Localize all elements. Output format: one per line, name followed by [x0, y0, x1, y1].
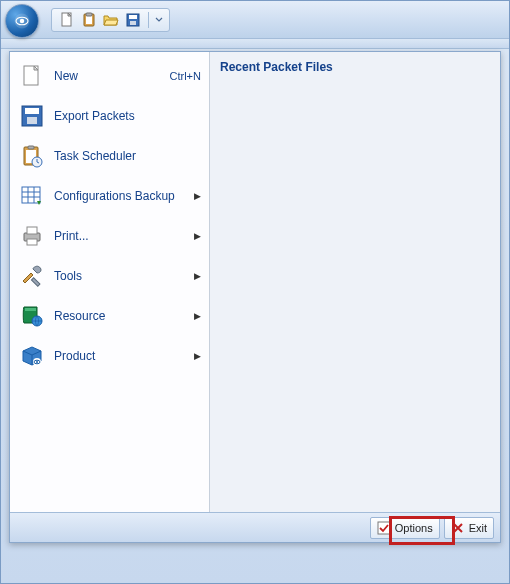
menu-column: New Ctrl+N Export Packets Task Scheduler: [10, 52, 210, 512]
menu-item-product[interactable]: Product ▶: [12, 336, 207, 376]
svg-rect-26: [31, 278, 39, 286]
book-globe-icon: [18, 302, 46, 330]
menu-label: Tools: [54, 269, 185, 283]
exit-button[interactable]: Exit: [444, 517, 494, 539]
app-menu-dropdown: New Ctrl+N Export Packets Task Scheduler: [9, 51, 501, 543]
clipboard-icon: [81, 12, 97, 28]
menu-item-new[interactable]: New Ctrl+N: [12, 56, 207, 96]
menu-item-resource[interactable]: Resource ▶: [12, 296, 207, 336]
svg-rect-9: [130, 21, 136, 25]
qat-open-button[interactable]: [102, 11, 120, 29]
svg-rect-32: [378, 522, 390, 534]
menu-label: Configurations Backup: [54, 189, 185, 203]
new-file-icon: [18, 62, 46, 90]
printer-icon: [18, 222, 46, 250]
app-window: New Ctrl+N Export Packets Task Scheduler: [0, 0, 510, 584]
menu-item-task-scheduler[interactable]: Task Scheduler: [12, 136, 207, 176]
qat-separator: [148, 12, 149, 28]
chevron-right-icon: ▶: [193, 311, 201, 321]
qat-customize-dropdown[interactable]: [155, 11, 163, 29]
clipboard-clock-icon: [18, 142, 46, 170]
box-eye-icon: [18, 342, 46, 370]
close-x-icon: [451, 521, 465, 535]
chevron-right-icon: ▶: [193, 271, 201, 281]
chevron-right-icon: ▶: [193, 351, 201, 361]
new-file-icon: [59, 12, 75, 28]
folder-open-icon: [103, 12, 119, 28]
menu-label: New: [54, 69, 162, 83]
tools-icon: [18, 262, 46, 290]
svg-rect-27: [25, 308, 36, 311]
qat-paste-button[interactable]: [80, 11, 98, 29]
exit-label: Exit: [469, 522, 487, 534]
menu-label: Print...: [54, 229, 185, 243]
svg-point-31: [36, 361, 38, 363]
svg-rect-6: [86, 13, 92, 16]
recent-files-title: Recent Packet Files: [220, 60, 490, 74]
svg-point-2: [20, 18, 25, 23]
options-check-icon: [377, 521, 391, 535]
table-backup-icon: [18, 182, 46, 210]
menu-label: Product: [54, 349, 185, 363]
options-label: Options: [395, 522, 433, 534]
menu-label: Export Packets: [54, 109, 201, 123]
svg-rect-24: [27, 227, 37, 234]
svg-rect-13: [27, 117, 37, 124]
ribbon-strip: [1, 39, 509, 49]
menu-item-export-packets[interactable]: Export Packets: [12, 96, 207, 136]
svg-rect-8: [129, 15, 137, 19]
qat-save-button[interactable]: [124, 11, 142, 29]
chevron-right-icon: ▶: [193, 191, 201, 201]
svg-rect-18: [22, 187, 40, 203]
floppy-export-icon: [18, 102, 46, 130]
svg-rect-12: [25, 108, 39, 114]
options-button[interactable]: Options: [370, 517, 440, 539]
qat-new-button[interactable]: [58, 11, 76, 29]
app-menu-orb[interactable]: [5, 4, 39, 38]
dropdown-footer: Options Exit: [10, 512, 500, 542]
svg-rect-25: [27, 239, 37, 245]
save-icon: [125, 12, 141, 28]
menu-item-configurations-backup[interactable]: Configurations Backup ▶: [12, 176, 207, 216]
menu-item-tools[interactable]: Tools ▶: [12, 256, 207, 296]
menu-item-print[interactable]: Print... ▶: [12, 216, 207, 256]
menu-label: Task Scheduler: [54, 149, 201, 163]
svg-rect-5: [86, 16, 92, 24]
titlebar: [1, 1, 509, 39]
dropdown-body: New Ctrl+N Export Packets Task Scheduler: [10, 52, 500, 512]
chevron-right-icon: ▶: [193, 231, 201, 241]
svg-rect-16: [28, 146, 34, 149]
menu-label: Resource: [54, 309, 185, 323]
menu-shortcut: Ctrl+N: [170, 70, 201, 82]
chevron-down-icon: [155, 16, 163, 24]
eye-logo-icon: [13, 12, 31, 30]
quick-access-toolbar: [51, 8, 170, 32]
recent-files-panel: Recent Packet Files: [210, 52, 500, 512]
